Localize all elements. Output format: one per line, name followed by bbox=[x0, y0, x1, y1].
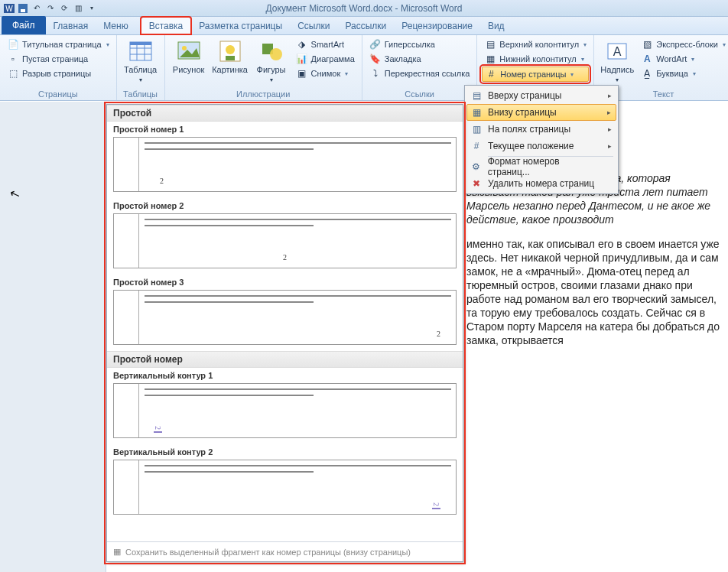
menu-item-remove-page-numbers[interactable]: ✖Удалить номера страниц bbox=[466, 175, 616, 192]
quickparts-icon: ▧ bbox=[641, 38, 653, 50]
gallery-item-label: Простой номер 3 bbox=[107, 275, 463, 288]
chart-button[interactable]: 📊Диаграмма bbox=[294, 52, 357, 66]
group-tables-title: Таблицы bbox=[122, 88, 160, 99]
left-gutter bbox=[0, 102, 106, 572]
save-icon[interactable] bbox=[17, 2, 29, 15]
gallery-item-label: Простой номер 2 bbox=[107, 198, 463, 212]
textbox-button[interactable]: AНадпись▾ bbox=[599, 37, 635, 86]
smartart-button[interactable]: ⬗SmartArt bbox=[294, 37, 357, 51]
footer-icon: ▦ bbox=[484, 53, 496, 65]
page-break-button[interactable]: ⬚Разрыв страницы bbox=[5, 67, 112, 80]
gallery-section-simple-number: Простой номер bbox=[107, 351, 463, 368]
doc-paragraph: именно так, как описывал его в своем ина… bbox=[466, 237, 722, 347]
cover-page-icon: 📄 bbox=[7, 38, 19, 50]
clipart-button[interactable]: Картинка bbox=[211, 37, 249, 76]
blank-page-icon: ▫ bbox=[7, 53, 19, 65]
gallery-save-selection: ▦ Сохранить выделенный фрагмент как номе… bbox=[107, 541, 463, 561]
menu-item-format-page-numbers[interactable]: ⚙Формат номеров страниц... bbox=[466, 158, 616, 175]
format-icon: ⚙ bbox=[470, 160, 483, 174]
crossref-button[interactable]: ⤵Перекрестная ссылка bbox=[367, 67, 473, 80]
svg-point-13 bbox=[226, 45, 235, 54]
dropcap-button[interactable]: A̲Буквица▾ bbox=[639, 67, 728, 80]
picture-icon bbox=[177, 39, 201, 63]
gallery-item-vertical-1[interactable]: 2 bbox=[113, 383, 457, 438]
tab-insert[interactable]: Вставка bbox=[141, 17, 192, 34]
group-illustrations: Рисунок Картинка Фигуры▾ ⬗SmartArt 📊Диаг… bbox=[165, 35, 362, 100]
tab-layout[interactable]: Разметка страницы bbox=[191, 18, 290, 34]
table-icon bbox=[128, 39, 153, 63]
save-fragment-icon: ▦ bbox=[113, 547, 121, 557]
textbox-icon: A bbox=[605, 39, 629, 63]
current-pos-icon: # bbox=[470, 139, 483, 153]
group-tables: Таблица▾ Таблицы bbox=[117, 35, 165, 100]
document-title: Документ Microsoft Word.docx - Microsoft… bbox=[266, 3, 463, 14]
bookmark-button[interactable]: 🔖Закладка bbox=[367, 52, 473, 66]
group-links-title: Ссылки bbox=[367, 88, 473, 99]
page-number-gallery: Простой Простой номер 1 2 Простой номер … bbox=[106, 104, 463, 562]
header-button[interactable]: ▤Верхний колонтитул▾ bbox=[482, 37, 589, 51]
svg-rect-14 bbox=[226, 56, 235, 60]
gallery-item-simple-2[interactable]: 2 bbox=[113, 213, 457, 268]
tab-menu[interactable]: Меню bbox=[96, 18, 140, 34]
footer-button[interactable]: ▦Нижний колонтитул▾ bbox=[482, 52, 589, 66]
screenshot-button[interactable]: ▣Снимок▾ bbox=[294, 67, 357, 80]
group-links: 🔗Гиперссылка 🔖Закладка ⤵Перекрестная ссы… bbox=[362, 35, 478, 100]
svg-rect-9 bbox=[130, 42, 151, 45]
group-pages: 📄Титульная страница▾ ▫Пустая страница ⬚Р… bbox=[0, 35, 117, 100]
hyperlink-icon: 🔗 bbox=[369, 38, 382, 50]
smartart-icon: ⬗ bbox=[296, 38, 308, 50]
quickparts-button[interactable]: ▧Экспресс-блоки▾ bbox=[639, 37, 728, 51]
undo-icon[interactable]: ↶ bbox=[31, 2, 43, 15]
screenshot-icon: ▣ bbox=[296, 67, 308, 80]
wordart-icon: A bbox=[641, 53, 653, 65]
qat-dropdown-icon[interactable]: ▾ bbox=[86, 2, 98, 15]
header-icon: ▤ bbox=[484, 38, 496, 50]
menu-item-top-of-page[interactable]: ▤Вверху страницы▸ bbox=[466, 87, 616, 104]
group-pages-title: Страницы bbox=[5, 88, 112, 99]
svg-text:A: A bbox=[613, 45, 622, 58]
ribbon: 📄Титульная страница▾ ▫Пустая страница ⬚Р… bbox=[0, 35, 728, 101]
tab-mailings[interactable]: Рассылки bbox=[337, 18, 394, 34]
document-body[interactable]: увидел в лся мрачный тюрьма, которая выз… bbox=[466, 171, 722, 347]
ruler-icon[interactable]: ▥ bbox=[72, 2, 84, 15]
wordart-button[interactable]: AWordArt▾ bbox=[639, 52, 728, 66]
menu-item-page-margins[interactable]: ▥На полях страницы▸ bbox=[466, 121, 616, 138]
bookmark-icon: 🔖 bbox=[369, 53, 382, 65]
redo-icon[interactable]: ↷ bbox=[44, 2, 57, 15]
page-break-icon: ⬚ bbox=[7, 67, 19, 80]
page-number-button[interactable]: #Номер страницы▾ bbox=[482, 67, 589, 82]
sync-icon[interactable]: ⟳ bbox=[58, 2, 70, 15]
tab-home[interactable]: Главная bbox=[46, 18, 96, 34]
tab-references[interactable]: Ссылки bbox=[290, 18, 337, 34]
menu-item-bottom-of-page[interactable]: ▦Внизу страницы▸ bbox=[466, 104, 616, 121]
hyperlink-button[interactable]: 🔗Гиперссылка bbox=[367, 37, 473, 51]
gallery-section-simple: Простой bbox=[107, 105, 463, 122]
tab-file[interactable]: Файл bbox=[2, 16, 46, 34]
svg-rect-3 bbox=[21, 9, 25, 12]
word-icon: W bbox=[3, 2, 15, 15]
titlebar: W ↶ ↷ ⟳ ▥ ▾ Документ Microsoft Word.docx… bbox=[0, 0, 728, 17]
gallery-item-vertical-2[interactable]: 2 bbox=[113, 460, 457, 515]
gallery-item-simple-1[interactable]: 2 bbox=[113, 137, 457, 192]
remove-icon: ✖ bbox=[470, 177, 483, 190]
page-number-icon: # bbox=[485, 68, 497, 80]
svg-text:W: W bbox=[5, 5, 13, 13]
svg-point-16 bbox=[270, 48, 282, 60]
cover-page-button[interactable]: 📄Титульная страница▾ bbox=[5, 37, 112, 51]
chart-icon: 📊 bbox=[296, 53, 308, 65]
gallery-item-simple-3[interactable]: 2 bbox=[113, 290, 457, 345]
tab-review[interactable]: Рецензирование bbox=[394, 18, 480, 34]
gallery-item-label: Вертикальный контур 2 bbox=[107, 444, 463, 458]
tab-view[interactable]: Вид bbox=[480, 18, 512, 34]
group-illustrations-title: Иллюстрации bbox=[170, 88, 357, 99]
shapes-button[interactable]: Фигуры▾ bbox=[252, 37, 291, 86]
picture-button[interactable]: Рисунок bbox=[170, 37, 208, 76]
dropcap-icon: A̲ bbox=[641, 67, 653, 80]
page-number-menu: ▤Вверху страницы▸ ▦Внизу страницы▸ ▥На п… bbox=[464, 85, 619, 194]
shapes-icon bbox=[259, 39, 284, 63]
svg-point-11 bbox=[182, 46, 187, 50]
menu-item-current-position[interactable]: #Текущее положение▸ bbox=[466, 138, 616, 154]
margins-icon: ▥ bbox=[470, 122, 483, 136]
blank-page-button[interactable]: ▫Пустая страница bbox=[5, 52, 112, 66]
table-button[interactable]: Таблица▾ bbox=[122, 37, 160, 86]
